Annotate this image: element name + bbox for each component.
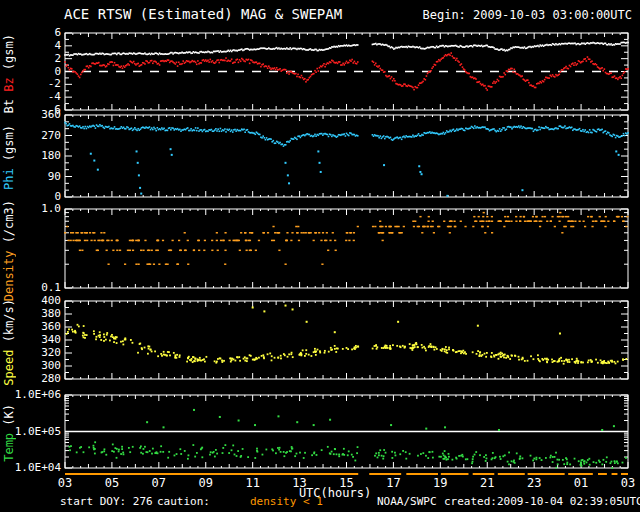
y-tick-label: 400 xyxy=(13,295,61,307)
x-tick-label: 03 xyxy=(48,477,82,489)
plot-canvas xyxy=(0,0,640,512)
y-tick-label: 380 xyxy=(13,308,61,320)
y-tick-label: 360 xyxy=(13,321,61,333)
ylabel-temp: Temp (K) xyxy=(3,404,16,462)
ylabel-mag: Bt Bz (gsm) xyxy=(3,34,16,114)
y-tick-label: -2 xyxy=(13,78,61,90)
y-tick-label: 4 xyxy=(13,40,61,52)
y-tick-label: 1.0E+05 xyxy=(13,426,61,438)
x-tick-label: 11 xyxy=(236,477,270,489)
y-tick-label: -4 xyxy=(13,91,61,103)
y-tick-label: 0.1 xyxy=(13,282,61,294)
ylabel-phi: Phi (gsm) xyxy=(3,125,16,190)
y-tick-label: 90 xyxy=(13,171,61,183)
y-tick-label: 320 xyxy=(13,347,61,359)
y-tick-label: 280 xyxy=(13,373,61,385)
x-tick-label: 23 xyxy=(517,477,551,489)
ylabel-speed: Speed (km/s) xyxy=(3,299,16,386)
x-tick-label: 07 xyxy=(142,477,176,489)
footer-caution-value: density < 1 xyxy=(250,495,323,508)
footer-agency: NOAA/SWPC xyxy=(377,495,437,508)
footer-created: created:2009-10-04 02:39:05UTC xyxy=(444,495,640,508)
y-tick-label: 1.0 xyxy=(13,203,61,215)
y-tick-label: 2 xyxy=(13,53,61,65)
x-tick-label: 21 xyxy=(470,477,504,489)
y-tick-label: 340 xyxy=(13,334,61,346)
x-tick-label: 03 xyxy=(611,477,640,489)
y-tick-label: 0 xyxy=(13,66,61,78)
x-tick-label: 01 xyxy=(564,477,598,489)
y-tick-label: 300 xyxy=(13,360,61,372)
y-tick-label: 270 xyxy=(13,130,61,142)
y-tick-label: 1.0E+04 xyxy=(13,462,61,474)
y-tick-label: 1.0E+06 xyxy=(13,389,61,401)
y-tick-label: 360 xyxy=(13,109,61,121)
y-tick-label: 180 xyxy=(13,150,61,162)
x-tick-label: 19 xyxy=(423,477,457,489)
footer-caution-label: caution: xyxy=(157,495,210,508)
footer-start-doy: start DOY: 276 xyxy=(60,495,153,508)
x-tick-label: 17 xyxy=(376,477,410,489)
y-tick-label: 6 xyxy=(13,27,61,39)
x-tick-label: 09 xyxy=(189,477,223,489)
ace-rtsw-plot: ACE RTSW (Estimated) MAG & SWEPAM Begin:… xyxy=(0,0,640,512)
x-tick-label: 05 xyxy=(95,477,129,489)
ylabel-density: Density (/cm3) xyxy=(3,200,16,301)
